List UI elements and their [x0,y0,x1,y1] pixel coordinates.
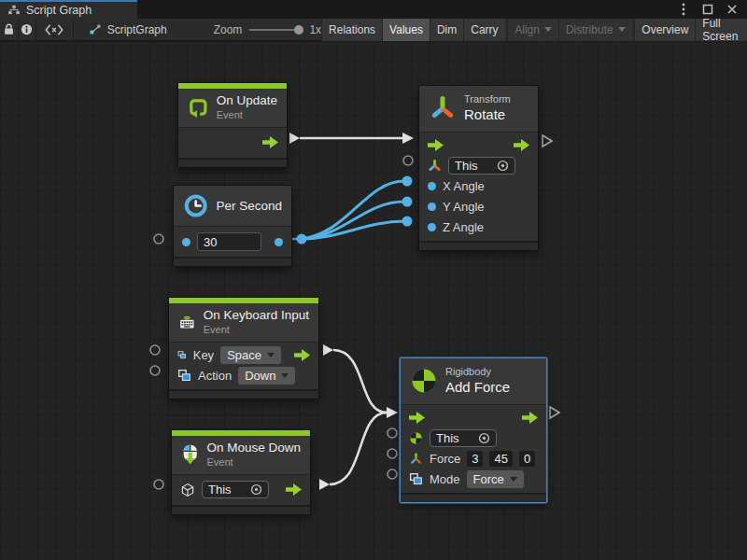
chevron-down-icon [618,27,626,32]
mode-dropdown-value: Force [473,472,504,486]
rotate-this-port[interactable] [403,156,413,165]
mode-dropdown[interactable]: Force [467,470,524,488]
graph-canvas[interactable]: On Update Event Transform [0,41,747,560]
flow-output-arrow-icon[interactable] [522,412,538,424]
clock-icon [183,192,208,219]
tab-script-graph[interactable]: Script Graph [0,0,137,19]
chevron-down-icon [281,373,289,378]
node-on-mouse-down[interactable]: On Mouse Down Event This [171,429,311,515]
zoom-slider[interactable] [249,24,302,35]
flow-output-arrow-icon[interactable] [294,349,310,361]
mouse-icon [181,441,199,469]
values-button[interactable]: Values [382,19,430,41]
node-subtitle: Event [206,456,301,469]
target-picker-icon[interactable] [497,160,509,172]
tab-title: Script Graph [26,4,92,17]
node-per-second[interactable]: Per Second 30 [173,185,292,267]
value-port-dot[interactable] [428,203,436,211]
target-picker-icon[interactable] [250,483,262,496]
this-field-value: This [455,159,478,173]
wire-dot [402,176,413,187]
menu-icon[interactable] [676,2,691,17]
node-title: Rotate [464,106,511,124]
this-field-value: This [436,431,459,445]
gameobject-cube-icon [180,483,195,497]
mouse-this-port[interactable] [154,480,163,489]
maximize-icon[interactable] [700,2,715,17]
node-on-update[interactable]: On Update Event [177,82,288,168]
persecond-input-port[interactable] [154,234,163,244]
transform-icon [428,159,442,173]
flow-output-arrow-icon[interactable] [514,139,529,151]
info-icon [20,22,34,36]
info-button[interactable] [19,19,36,41]
flow-output-arrow-icon[interactable] [262,136,278,148]
dim-button[interactable]: Dim [430,19,463,41]
node-title: Per Second [216,199,282,213]
key-dropdown[interactable]: Space [220,346,281,364]
key-dropdown-value: Space [227,348,261,362]
value-input-dot[interactable] [182,238,190,246]
script-graph-icon [89,22,103,36]
target-picker-icon[interactable] [478,432,490,444]
node-header: Per Second [174,186,291,226]
node-footer [401,493,546,502]
overview-button[interactable]: Overview [634,19,695,41]
flow-wire-start [323,344,333,356]
wire-persecond-to-yangle [302,202,404,239]
node-title: On Update [217,93,277,109]
wire-dot [402,217,413,227]
node-transform-rotate[interactable]: Transform Rotate This [418,85,539,251]
this-object-field[interactable]: This [430,429,497,447]
align-button[interactable]: Align [507,19,558,41]
distribute-button[interactable]: Distribute [558,19,632,41]
keyboard-action-port[interactable] [150,366,160,375]
flow-wire-arrow [402,133,414,144]
lock-button[interactable] [0,19,18,41]
wire-mouse-to-addforce [330,413,387,484]
port-label: Z Angle [443,220,484,234]
node-title: On Keyboard Input [204,308,309,324]
graph-breadcrumb[interactable]: ScriptGraph [79,22,176,36]
addforce-force-port[interactable] [388,449,397,458]
node-on-keyboard-input[interactable]: On Keyboard Input Event Key Space [168,297,319,399]
wire-keyboard-to-addforce [333,350,387,413]
vector3-icon [409,452,423,466]
flow-input-arrow-icon[interactable] [409,412,425,424]
flow-input-arrow-icon[interactable] [428,139,444,151]
rotate-output-port[interactable] [543,135,552,147]
addforce-this-port[interactable] [388,428,397,438]
value-port-dot[interactable] [428,182,436,190]
force-y-field[interactable]: 45 [489,451,512,467]
node-rigidbody-add-force[interactable]: Rigidbody Add Force This [400,357,547,503]
close-icon[interactable] [725,2,740,17]
action-dropdown[interactable]: Down [238,367,295,385]
addforce-output-port[interactable] [550,407,559,418]
flow-wire-start [319,479,330,490]
full-screen-button[interactable]: Full Screen [695,19,747,41]
force-z-field[interactable]: 0 [519,451,535,467]
keyboard-key-port[interactable] [150,345,160,355]
tab-bar: Script Graph [0,0,747,19]
graph-name: ScriptGraph [107,23,167,36]
edit-source-button[interactable] [36,19,73,41]
carry-button[interactable]: Carry [463,19,504,41]
node-header: Rigidbody Add Force [401,358,546,404]
flow-wire-start [289,133,300,144]
value-port-dot[interactable] [428,223,436,231]
chevron-down-icon [544,27,552,32]
flow-output-arrow-icon[interactable] [286,483,302,496]
relations-button[interactable]: Relations [321,19,382,41]
this-object-field[interactable]: This [202,481,269,498]
toolbar-separator [73,19,74,41]
per-second-value-field[interactable]: 30 [197,232,261,251]
zoom-slider-handle[interactable] [294,25,303,35]
addforce-mode-port[interactable] [388,469,397,479]
lock-icon [2,22,16,36]
node-header: Transform Rotate [419,86,538,132]
this-object-field[interactable]: This [448,157,515,175]
force-x-field[interactable]: 3 [467,451,483,467]
distribute-label: Distribute [566,23,613,36]
value-output-dot[interactable] [275,238,283,246]
param-label: Mode [430,472,460,486]
